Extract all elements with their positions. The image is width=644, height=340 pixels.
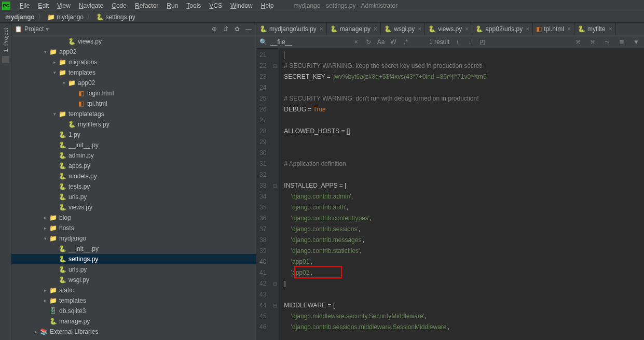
tree-item[interactable]: 🐍admin.py <box>11 150 256 161</box>
tree-item[interactable]: ▸📁hosts <box>11 223 256 233</box>
tree-item[interactable]: ▸📁migrations <box>11 57 256 67</box>
tool-icon[interactable]: ⤱ <box>573 38 583 46</box>
line-number[interactable]: 23 <box>259 72 266 82</box>
gear-icon[interactable]: ✿ <box>233 25 241 33</box>
close-tab-icon[interactable]: × <box>609 25 612 33</box>
tree-item[interactable]: 🐍views.py <box>11 202 256 212</box>
expand-arrow-icon[interactable]: ▾ <box>42 236 49 241</box>
editor-tab[interactable]: 🐍manage.py× <box>327 23 381 35</box>
editor-tab[interactable]: ◧tpl.html× <box>533 23 574 35</box>
line-gutter[interactable]: 2122232425262728293031323334353637383940… <box>256 49 271 340</box>
code-line[interactable]: DEBUG = True <box>284 104 644 115</box>
editor-tab[interactable]: 🐍myfilte× <box>574 23 616 35</box>
tree-item[interactable]: ▸📁templates <box>11 295 256 306</box>
prev-match-icon[interactable]: ↑ <box>453 38 462 46</box>
code-content[interactable]: # SECURITY WARNING: keep the secret key … <box>279 49 644 340</box>
fold-toggle[interactable]: ⊟ <box>271 278 279 289</box>
dropdown-icon[interactable]: ▾ <box>46 25 49 33</box>
hide-icon[interactable]: — <box>244 25 253 33</box>
tree-item[interactable]: ▾📁mydjango <box>11 233 256 244</box>
tree-item[interactable]: 🐍urls.py <box>11 264 256 275</box>
fold-toggle[interactable]: ⊟ <box>271 61 279 72</box>
code-line[interactable]: # SECURITY WARNING: keep the secret key … <box>284 61 644 72</box>
code-line[interactable]: 'django.middleware.security.SecurityMidd… <box>284 311 644 322</box>
fold-toggle[interactable]: ⊟ <box>271 180 279 191</box>
code-line[interactable]: ALLOWED_HOSTS = [] <box>284 126 644 137</box>
code-line[interactable] <box>284 137 644 148</box>
code-line[interactable] <box>284 148 644 159</box>
close-tab-icon[interactable]: × <box>567 25 571 33</box>
tool-icon[interactable]: ⤳ <box>602 38 612 46</box>
line-number[interactable]: 44 <box>259 300 266 311</box>
line-number[interactable]: 38 <box>259 235 266 246</box>
expand-arrow-icon[interactable]: ▾ <box>51 111 58 117</box>
line-number[interactable]: 40 <box>259 257 266 267</box>
menu-code[interactable]: Code <box>107 1 131 10</box>
code-line[interactable]: # SECURITY WARNING: don't run with debug… <box>284 93 644 104</box>
line-number[interactable]: 21 <box>259 50 266 61</box>
line-number[interactable]: 42 <box>259 278 266 289</box>
crumb-root[interactable]: mydjango <box>3 13 37 21</box>
whole-word-toggle[interactable]: W <box>389 38 398 46</box>
code-line[interactable] <box>284 169 644 180</box>
code-line[interactable] <box>284 115 644 126</box>
crumb-folder[interactable]: 📁 mydjango <box>45 13 86 21</box>
line-number[interactable]: 46 <box>259 322 266 333</box>
match-case-toggle[interactable]: Aa <box>376 38 386 46</box>
editor-tab[interactable]: 🐍mydjango\urls.py× <box>256 23 327 35</box>
code-line[interactable] <box>284 50 644 61</box>
tree-item[interactable]: 🗄db.sqlite3 <box>11 306 256 316</box>
line-number[interactable]: 27 <box>259 115 266 126</box>
tree-item[interactable]: 🐍__init__.py <box>11 244 256 254</box>
tree-item[interactable]: ▸📁static <box>11 285 256 295</box>
filter-icon[interactable]: ▼ <box>632 38 641 46</box>
code-line[interactable]: ] <box>284 278 644 289</box>
line-number[interactable]: 34 <box>259 191 266 202</box>
collapse-icon[interactable]: ⇵ <box>222 25 230 33</box>
tree-item[interactable]: 🐍settings.py <box>11 254 256 264</box>
close-tab-icon[interactable]: × <box>374 25 377 33</box>
editor-tab[interactable]: 🐍views.py× <box>425 23 472 35</box>
tree-item[interactable]: 🐍apps.py <box>11 161 256 171</box>
project-toolwindow-button[interactable]: 1: Project <box>3 28 9 52</box>
tree-item[interactable]: ▾📁templatetags <box>11 109 256 119</box>
code-line[interactable]: 'app02', <box>284 267 644 278</box>
project-title[interactable]: Project <box>24 25 44 33</box>
code-line[interactable] <box>284 289 644 300</box>
tree-item[interactable]: ▸📚External Libraries <box>11 327 256 337</box>
menu-edit[interactable]: Edit <box>34 1 53 10</box>
line-number[interactable]: 35 <box>259 202 266 213</box>
menu-vcs[interactable]: VCS <box>205 1 226 10</box>
menu-view[interactable]: View <box>53 1 75 10</box>
menu-help[interactable]: Help <box>257 1 278 10</box>
code-line[interactable]: MIDDLEWARE = [ <box>284 300 644 311</box>
line-number[interactable]: 36 <box>259 213 266 224</box>
expand-arrow-icon[interactable]: ▾ <box>60 80 67 86</box>
fold-toggle[interactable]: ⊟ <box>271 300 279 311</box>
close-tab-icon[interactable]: × <box>526 25 529 33</box>
editor-tab[interactable]: 🐍wsgi.py× <box>381 23 425 35</box>
crumb-file[interactable]: 🐍 settings.py <box>94 13 138 21</box>
search-input[interactable] <box>270 38 348 46</box>
tree-item[interactable]: ◧login.html <box>11 88 256 98</box>
line-number[interactable]: 29 <box>259 137 266 148</box>
code-line[interactable]: 'django.contrib.admin', <box>284 191 644 202</box>
next-match-icon[interactable]: ↓ <box>465 38 474 46</box>
tree-item[interactable]: ▸📁blog <box>11 212 256 223</box>
code-line[interactable]: 'app01', <box>284 257 644 267</box>
menu-tools[interactable]: Tools <box>182 1 205 10</box>
clear-search-icon[interactable]: × <box>351 38 361 46</box>
expand-arrow-icon[interactable]: ▸ <box>42 298 49 303</box>
menu-run[interactable]: Run <box>162 1 182 10</box>
tool-icon[interactable]: ⤲ <box>588 38 597 46</box>
tree-item[interactable]: ▾📁app02 <box>11 78 256 88</box>
menu-file[interactable]: File <box>16 1 34 10</box>
tree-item[interactable]: 🐍models.py <box>11 171 256 181</box>
line-number[interactable]: 28 <box>259 126 266 137</box>
tree-item[interactable]: 🐍wsgi.py <box>11 275 256 285</box>
strip-icon[interactable] <box>2 56 9 63</box>
editor-tab[interactable]: 🐍app02\urls.py× <box>472 23 533 35</box>
line-number[interactable]: 39 <box>259 246 266 257</box>
tree-item[interactable]: 🐍manage.py <box>11 316 256 327</box>
tree-item[interactable]: 🐍myfilters.py <box>11 119 256 130</box>
